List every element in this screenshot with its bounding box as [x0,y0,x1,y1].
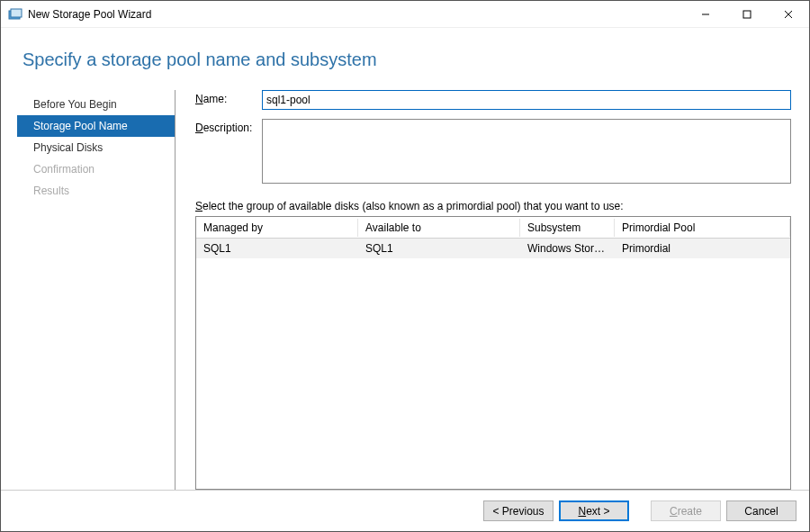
cell-primordial-pool: Primordial [615,239,790,257]
wizard-steps: Before You Begin Storage Pool Name Physi… [17,90,176,490]
app-icon [8,7,22,22]
step-confirmation: Confirmation [17,158,175,180]
grid-body: SQL1 SQL1 Windows Storage Primordial [196,239,790,489]
grid-row[interactable]: SQL1 SQL1 Windows Storage Primordial [196,239,790,258]
titlebar: New Storage Pool Wizard [1,1,809,28]
name-row: Name: [195,90,791,110]
step-before-you-begin[interactable]: Before You Begin [17,94,175,115]
cell-subsystem: Windows Storage [520,239,615,257]
name-label: Name: [195,90,262,105]
previous-button[interactable]: < Previous [483,500,554,521]
select-group-label: Select the group of available disks (als… [195,200,791,212]
step-physical-disks[interactable]: Physical Disks [17,137,175,158]
cancel-button[interactable]: Cancel [726,500,796,521]
close-button[interactable] [768,1,809,27]
cell-available-to: SQL1 [358,239,520,257]
window-title: New Storage Pool Wizard [28,8,685,21]
form-panel: Name: Description: Select the group of a… [176,90,791,490]
minimize-button[interactable] [685,1,726,27]
name-input[interactable] [262,90,791,110]
col-available-to[interactable]: Available to [358,219,520,237]
grid-header: Managed by Available to Subsystem Primor… [196,217,790,239]
col-primordial-pool[interactable]: Primordial Pool [615,219,790,237]
col-subsystem[interactable]: Subsystem [520,219,615,237]
footer: < Previous Next > Create Cancel [1,490,809,531]
step-results: Results [17,180,175,202]
description-label: Description: [195,119,262,134]
window-controls [685,1,809,27]
description-row: Description: [195,119,791,184]
svg-rect-1 [11,9,22,17]
primordial-pool-grid[interactable]: Managed by Available to Subsystem Primor… [195,216,791,490]
col-managed-by[interactable]: Managed by [196,219,358,237]
next-button[interactable]: Next > [559,500,629,521]
svg-rect-3 [743,11,751,18]
main-row: Before You Begin Storage Pool Name Physi… [17,90,791,490]
create-button: Create [651,500,721,521]
cell-managed-by: SQL1 [196,239,358,257]
maximize-button[interactable] [726,1,768,27]
page-title: Specify a storage pool name and subsyste… [22,50,791,70]
description-input[interactable] [262,119,791,184]
content: Specify a storage pool name and subsyste… [1,28,809,490]
step-storage-pool-name[interactable]: Storage Pool Name [17,115,175,137]
